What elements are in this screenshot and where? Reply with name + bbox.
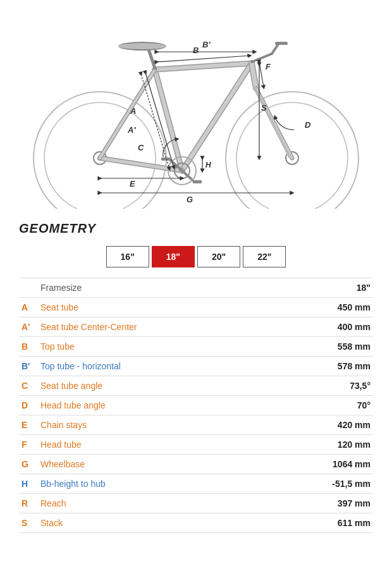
row-label: Head tube angle (38, 396, 273, 415)
svg-text:F: F (266, 62, 271, 71)
svg-text:C: C (138, 143, 144, 152)
size-buttons: 16"18"20"22" (19, 246, 373, 267)
svg-line-13 (182, 63, 252, 171)
row-label: Seat tube angle (38, 376, 273, 396)
svg-line-24 (149, 49, 155, 68)
svg-line-46 (259, 62, 264, 87)
svg-text:A': A' (127, 125, 136, 135)
row-letter: S (19, 513, 38, 533)
row-value: 73,5° (273, 376, 373, 396)
row-label: Head tube (38, 435, 273, 455)
row-label: Seat tube (38, 298, 273, 317)
row-value: 558 mm (273, 337, 373, 357)
row-letter: E (19, 415, 38, 435)
geometry-table: Framesize18"ASeat tube450 mmA'Seat tube … (19, 278, 373, 533)
row-letter: D (19, 396, 38, 415)
row-letter: B (19, 337, 38, 357)
svg-point-3 (226, 92, 358, 209)
svg-line-22 (272, 44, 278, 54)
table-row: FHead tube120 mm (19, 435, 373, 455)
table-row: SStack611 mm (19, 513, 373, 533)
table-row: A'Seat tube Center-Center400 mm (19, 317, 373, 337)
row-letter: C (19, 376, 38, 396)
bike-diagram: A A' B B' C D E F G H S (0, 0, 392, 215)
row-label: Top tube - horizontal (38, 357, 273, 376)
row-letter: F (19, 435, 38, 455)
table-row: HBb-height to hub-51,5 mm (19, 474, 373, 494)
row-value: 578 mm (273, 357, 373, 376)
table-row: DHead tube angle70° (19, 396, 373, 415)
row-label: Top tube (38, 337, 273, 357)
row-letter: A' (19, 317, 38, 337)
svg-text:H: H (205, 161, 211, 169)
svg-line-38 (157, 56, 250, 62)
row-label: Framesize (38, 278, 273, 298)
row-label: Reach (38, 494, 273, 513)
size-button-18in[interactable]: 18" (152, 246, 195, 267)
size-button-22in[interactable]: 22" (243, 246, 286, 267)
row-label: Stack (38, 513, 273, 533)
table-row: RReach397 mm (19, 494, 373, 513)
svg-point-26 (118, 43, 166, 49)
row-value: 70° (273, 396, 373, 415)
svg-text:B: B (193, 46, 199, 55)
row-letter: A (19, 298, 38, 317)
svg-text:E: E (130, 179, 135, 188)
row-label: Seat tube Center-Center (38, 317, 273, 337)
svg-text:G: G (187, 195, 193, 204)
row-value: 420 mm (273, 415, 373, 435)
row-value: 611 mm (273, 513, 373, 533)
svg-rect-23 (275, 42, 288, 45)
svg-text:A: A (130, 106, 136, 116)
table-row: Framesize18" (19, 278, 373, 298)
row-value: 18" (273, 278, 373, 298)
svg-text:S: S (261, 103, 267, 113)
row-letter: H (19, 474, 38, 494)
svg-line-15 (100, 70, 155, 158)
table-row: CSeat tube angle73,5° (19, 376, 373, 396)
table-row: GWheelbase1064 mm (19, 455, 373, 474)
row-letter: R (19, 494, 38, 513)
row-value: -51,5 mm (273, 474, 373, 494)
size-button-20in[interactable]: 20" (197, 246, 240, 267)
table-row: ASeat tube450 mm (19, 298, 373, 317)
row-letter: B' (19, 357, 38, 376)
svg-rect-31 (193, 180, 202, 183)
row-value: 397 mm (273, 494, 373, 513)
row-label: Chain stays (38, 415, 273, 435)
row-letter (19, 278, 38, 298)
svg-line-9 (155, 70, 182, 171)
table-row: EChain stays420 mm (19, 415, 373, 435)
table-row: BTop tube558 mm (19, 337, 373, 357)
row-value: 1064 mm (273, 455, 373, 474)
row-value: 400 mm (273, 317, 373, 337)
svg-rect-32 (161, 157, 170, 161)
row-label: Bb-height to hub (38, 474, 273, 494)
table-row: B'Top tube - horizontal578 mm (19, 357, 373, 376)
size-button-16in[interactable]: 16" (106, 246, 149, 267)
svg-line-21 (252, 54, 272, 62)
svg-point-0 (34, 92, 166, 209)
svg-text:B': B' (202, 40, 211, 49)
geometry-section: GEOMETRY 16"18"20"22" Framesize18"ASeat … (0, 215, 392, 546)
row-label: Wheelbase (38, 455, 273, 474)
bike-svg: A A' B B' C D E F G H S (6, 6, 386, 209)
svg-text:D: D (305, 120, 311, 130)
row-value: 120 mm (273, 435, 373, 455)
row-value: 450 mm (273, 298, 373, 317)
row-letter: G (19, 455, 38, 474)
geometry-title: GEOMETRY (19, 221, 373, 236)
